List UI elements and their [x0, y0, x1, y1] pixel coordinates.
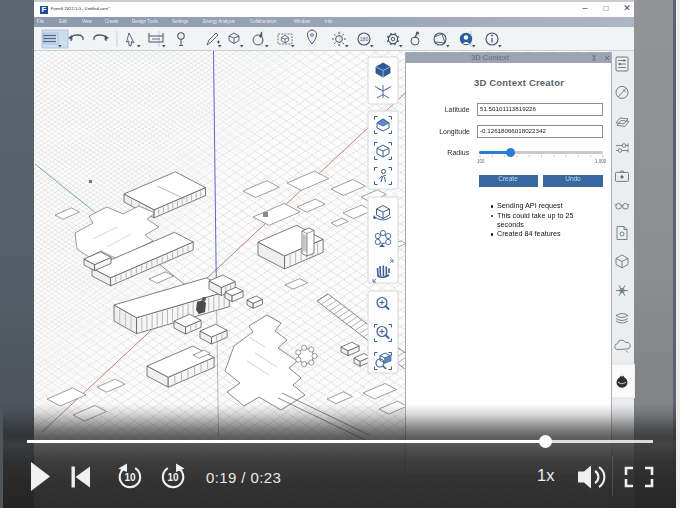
svg-text:180: 180 [360, 36, 369, 42]
